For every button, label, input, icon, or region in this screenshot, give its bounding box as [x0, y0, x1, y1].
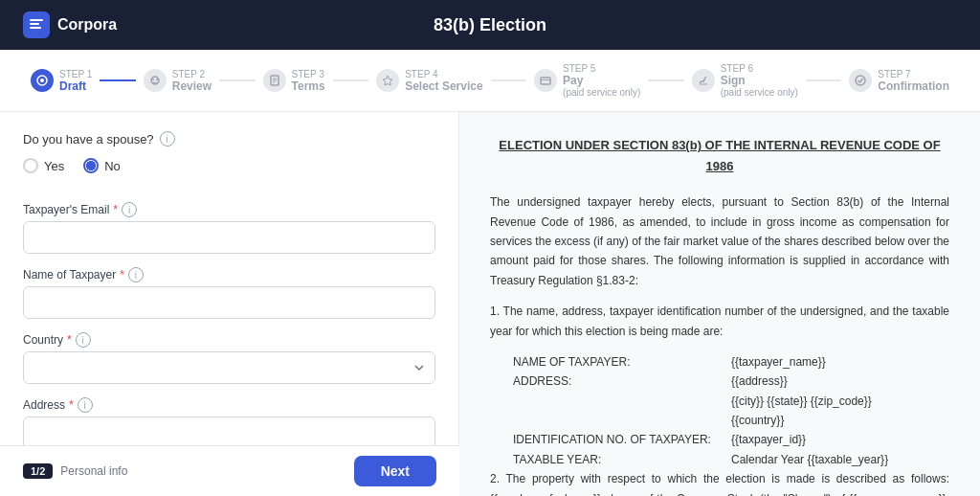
doc-address-line3: {{country}} [731, 411, 784, 430]
email-label: Taxpayer's Email * i [23, 202, 435, 217]
address-input[interactable] [23, 417, 435, 449]
address-field: Address * i [23, 397, 435, 449]
step-5-icon [534, 69, 557, 92]
svg-rect-0 [30, 19, 43, 21]
doc-id-row: IDENTIFICATION NO. OF TAXPAYER: {{taxpay… [513, 430, 949, 449]
doc-intro: The undersigned taxpayer hereby elects, … [490, 192, 949, 290]
address-label: Address * i [23, 397, 435, 413]
doc-item1-fields: NAME OF TAXPAYER: {{taxpayer_name}} ADDR… [490, 352, 949, 469]
spouse-question: Do you have a spouse? i [23, 131, 435, 147]
next-button[interactable]: Next [354, 456, 436, 486]
connector-2 [219, 79, 255, 81]
connector-5 [648, 79, 683, 81]
country-info-icon[interactable]: i [76, 332, 91, 348]
logo-text: Corpora [57, 16, 117, 34]
step-2[interactable]: STEP 2 Review [136, 65, 219, 97]
name-info-icon[interactable]: i [128, 267, 144, 282]
doc-name-label: NAME OF TAXPAYER: [513, 352, 724, 372]
right-panel: ELECTION UNDER SECTION 83(b) OF THE INTE… [459, 112, 980, 496]
doc-address-line2: {{city}} {{state}} {{zip_code}} [731, 392, 872, 411]
doc-name-value: {{taxpayer_name}} [731, 352, 826, 372]
step-3-text: STEP 3 Terms [292, 69, 325, 93]
step-2-icon [144, 69, 167, 92]
svg-point-6 [152, 79, 154, 80]
step-3-icon [263, 69, 286, 92]
logo: Corpora [23, 11, 117, 38]
steps-bar: STEP 1 Draft STEP 2 Review [0, 50, 980, 112]
page-indicator: 1/2 Personal info [23, 463, 127, 479]
doc-id-label: IDENTIFICATION NO. OF TAXPAYER: [513, 430, 724, 449]
taxpayer-name-label: Name of Taxpayer * i [23, 267, 435, 282]
spouse-no-option[interactable]: No [83, 158, 121, 173]
doc-item2: 2. The property with respect to which th… [490, 469, 949, 496]
doc-address-value: {{address}} [731, 372, 788, 391]
step-4-icon [376, 69, 399, 92]
step-6-icon [692, 69, 715, 92]
panel-footer: 1/2 Personal info Next [0, 445, 459, 496]
step-5[interactable]: STEP 5 Pay (paid service only) [526, 59, 648, 101]
spouse-radio-group: Yes No [23, 158, 435, 173]
doc-address-label: ADDRESS: [513, 372, 724, 391]
spouse-yes-radio[interactable] [23, 158, 38, 173]
taxpayer-name-input[interactable] [23, 286, 435, 319]
doc-address-row: ADDRESS: {{address}} [513, 372, 949, 391]
step-4-text: STEP 4 Select Service [405, 69, 482, 93]
doc-name-row: NAME OF TAXPAYER: {{taxpayer_name}} [513, 352, 949, 372]
svg-rect-2 [30, 27, 41, 29]
step-6[interactable]: STEP 6 Sign (paid service only) [684, 59, 806, 101]
country-select[interactable]: United States Canada United Kingdom Aust… [23, 351, 435, 384]
document-body: The undersigned taxpayer hereby elects, … [490, 192, 949, 496]
doc-address-line3-row: {{country}} [513, 411, 949, 430]
page-badge: 1/2 [23, 463, 53, 479]
header: Corpora 83(b) Election [0, 0, 980, 50]
country-label: Country * i [23, 332, 435, 348]
step-7[interactable]: STEP 7 Confirmation [841, 65, 957, 97]
svg-point-7 [156, 79, 158, 80]
step-6-text: STEP 6 Sign (paid service only) [721, 63, 798, 98]
document-title: ELECTION UNDER SECTION 83(b) OF THE INTE… [490, 135, 949, 177]
doc-item1-intro: 1. The name, address, taxpayer identific… [490, 302, 949, 341]
connector-6 [806, 79, 841, 81]
doc-address-line2-row: {{city}} {{state}} {{zip_code}} [513, 392, 949, 411]
step-5-text: STEP 5 Pay (paid service only) [563, 63, 640, 98]
spouse-yes-option[interactable]: Yes [23, 158, 64, 173]
svg-rect-1 [30, 23, 39, 25]
doc-id-value: {{taxpayer_id}} [731, 430, 806, 449]
step-7-text: STEP 7 Confirmation [878, 69, 949, 93]
svg-point-4 [40, 79, 44, 82]
spouse-no-radio[interactable] [83, 158, 99, 173]
connector-3 [333, 79, 368, 81]
spouse-info-icon[interactable]: i [160, 131, 175, 147]
step-1[interactable]: STEP 1 Draft [23, 65, 100, 97]
step-3[interactable]: STEP 3 Terms [256, 65, 333, 97]
step-1-icon [31, 69, 54, 92]
address-info-icon[interactable]: i [78, 397, 93, 413]
page-title: 83(b) Election [434, 15, 546, 35]
doc-year-row: TAXABLE YEAR: Calendar Year {{taxable_ye… [513, 450, 949, 469]
step-7-icon [849, 69, 872, 92]
spouse-field: Do you have a spouse? i Yes No [23, 131, 435, 189]
page-label: Personal info [60, 464, 127, 478]
svg-rect-12 [541, 78, 550, 84]
email-input[interactable] [23, 221, 435, 254]
connector-1 [100, 79, 135, 81]
connector-4 [491, 79, 526, 81]
taxpayer-name-field: Name of Taxpayer * i [23, 267, 435, 319]
email-info-icon[interactable]: i [122, 202, 137, 217]
email-field: Taxpayer's Email * i [23, 202, 435, 254]
doc-year-label: TAXABLE YEAR: [513, 450, 724, 469]
step-1-text: STEP 1 Draft [59, 69, 92, 93]
left-panel: Do you have a spouse? i Yes No Taxpayer'… [0, 112, 459, 496]
logo-icon [23, 11, 50, 38]
svg-point-15 [856, 76, 865, 85]
doc-year-value: Calendar Year {{taxable_year}} [731, 450, 888, 469]
country-field: Country * i United States Canada United … [23, 332, 435, 384]
step-4[interactable]: STEP 4 Select Service [368, 65, 490, 97]
step-2-text: STEP 2 Review [172, 69, 212, 93]
main-container: Do you have a spouse? i Yes No Taxpayer'… [0, 112, 980, 496]
